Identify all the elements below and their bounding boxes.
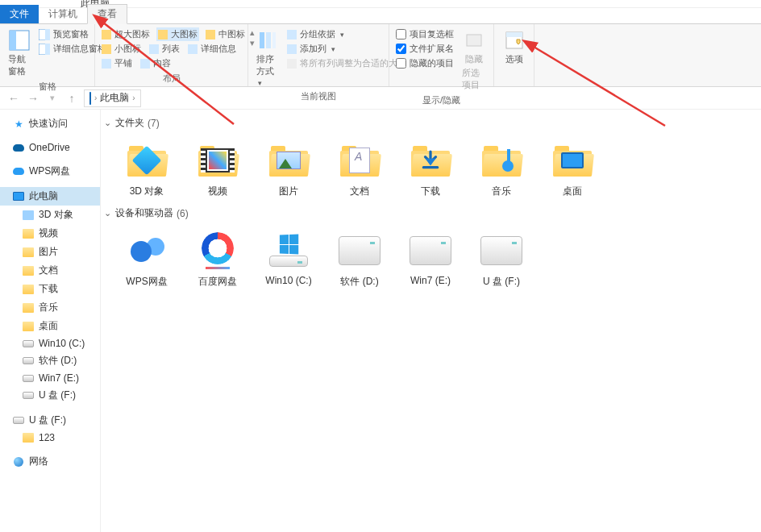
svg-rect-11 [506, 32, 522, 37]
tab-file[interactable]: 文件 [0, 5, 39, 23]
hide-selected-button[interactable]: 隐藏 所选项目 [459, 27, 489, 93]
drive-icon [13, 415, 24, 426]
drive-win7-e-[interactable]: Win7 (E:) [402, 230, 459, 289]
sidebar-label: 图片 [39, 245, 58, 259]
layout-detail[interactable]: 详细信息 [186, 42, 238, 56]
item-checkboxes-toggle[interactable]: 项目复选框 [394, 27, 455, 41]
sidebar-item--[interactable]: 视频 [0, 224, 100, 243]
sidebar-item--[interactable]: 桌面 [0, 317, 100, 335]
sidebar-item-this-pc[interactable]: 此电脑 [0, 187, 100, 206]
sort-label: 排序方式 [256, 54, 274, 76]
folder-desktop[interactable]: 桌面 [544, 139, 601, 198]
sidebar-label: 下载 [39, 282, 58, 296]
pictures-icon [268, 139, 310, 181]
drive-icon [339, 230, 380, 272]
item-checkboxes-label: 项目复选框 [410, 28, 454, 40]
hidden-items-toggle[interactable]: 隐藏的项目 [394, 56, 455, 70]
drive-wps-[interactable]: WPS网盘 [119, 230, 175, 289]
nav-forward-button[interactable]: → [26, 91, 40, 106]
nav-pane-button[interactable]: 导航窗格 [5, 27, 34, 79]
folder-video[interactable]: 视频 [189, 139, 246, 198]
section-folders-header[interactable]: ⌄ 文件夹 (7) [102, 113, 761, 133]
sidebar-label: 视频 [39, 227, 58, 240]
sidebar-item-quick-access[interactable]: ★快速访问 [0, 114, 100, 133]
item-label: Win7 (E:) [410, 275, 451, 286]
sidebar-label: Win10 (C:) [39, 338, 85, 349]
drive--d-[interactable]: 软件 (D:) [331, 230, 388, 289]
section-drives-header[interactable]: ⌄ 设备和驱动器 (6) [102, 203, 761, 223]
sidebar-item-wps[interactable]: WPS网盘 [0, 162, 100, 181]
sidebar-item-win10-c-[interactable]: Win10 (C:) [0, 335, 100, 351]
hidden-items-checkbox[interactable] [396, 58, 406, 69]
folder-docs[interactable]: 文档 [331, 139, 388, 198]
layout-detail-label: 详细信息 [201, 43, 236, 55]
sort-icon [256, 29, 279, 52]
sidebar-item-onedrive[interactable]: OneDrive [0, 139, 100, 156]
nav-recent-button[interactable]: ▾ [45, 91, 60, 106]
sidebar-label: 软件 (D:) [39, 354, 77, 368]
sidebar-item--[interactable]: 图片 [0, 243, 100, 261]
layout-large[interactable]: 大图标 [156, 27, 199, 41]
sidebar-item--d-[interactable]: 软件 (D:) [0, 351, 100, 370]
sidebar-item--[interactable]: 文档 [0, 261, 100, 280]
sidebar-item-usb-child[interactable]: 123 [0, 430, 100, 446]
group-layout-label: 布局 [100, 71, 243, 85]
sidebar-item-win7-e-[interactable]: Win7 (E:) [0, 370, 100, 386]
layout-tile-icon [102, 59, 111, 69]
drive-u-f-[interactable]: U 盘 (F:) [473, 230, 530, 289]
svg-rect-6 [260, 32, 264, 48]
folder-downloads[interactable]: 下载 [402, 139, 459, 198]
drive-win10-c-[interactable]: Win10 (C:) [260, 230, 317, 289]
options-button[interactable]: 选项 [500, 27, 529, 67]
hide-selected-label1: 隐藏 [465, 53, 483, 65]
sidebar-item-usb[interactable]: U 盘 (F:) [0, 411, 100, 430]
folder-pictures[interactable]: 图片 [260, 139, 317, 198]
tab-view[interactable]: 查看 [87, 4, 127, 24]
sort-button[interactable]: 排序方式▾ [253, 27, 282, 89]
layout-content[interactable]: 内容 [139, 56, 173, 70]
nav-up-button[interactable]: ↑ [64, 91, 79, 106]
drive--[interactable]: 百度网盘 [189, 230, 246, 289]
group-current-view: 排序方式▾ 分组依据▾ 添加列▾ 将所有列调整为合适的大小 当前视图 [248, 24, 389, 86]
group-panes: 导航窗格 预览窗格 详细信息窗格 窗格 [0, 24, 95, 86]
sidebar-label: U 盘 (F:) [39, 389, 76, 402]
nav-back-button[interactable]: ← [6, 91, 21, 106]
layout-list[interactable]: 列表 [148, 42, 181, 56]
star-icon: ★ [13, 118, 24, 130]
breadcrumb[interactable]: › 此电脑 › [84, 89, 141, 107]
crumb-root[interactable]: 此电脑 [100, 91, 129, 105]
folder-icon [23, 284, 34, 295]
tab-computer[interactable]: 计算机 [39, 5, 87, 23]
nav-pane-label: 导航窗格 [8, 53, 31, 77]
crumb-sep-icon: › [94, 94, 97, 102]
sidebar-label: 快速访问 [29, 117, 68, 131]
item-checkboxes-checkbox[interactable] [396, 29, 406, 39]
sidebar-item-u-f-[interactable]: U 盘 (F:) [0, 386, 100, 405]
group-by-icon [287, 30, 297, 39]
hide-selected-label2: 所选项目 [462, 67, 485, 91]
folder-3d[interactable]: 3D 对象 [119, 139, 175, 198]
layout-xlarge[interactable]: 超大图标 [100, 27, 152, 41]
folder-music[interactable]: 音乐 [473, 139, 530, 198]
sidebar-item--[interactable]: 音乐 [0, 298, 100, 317]
3d-icon [126, 139, 168, 181]
item-label: U 盘 (F:) [483, 275, 520, 289]
hidden-items-label: 隐藏的项目 [410, 57, 454, 69]
file-ext-checkbox[interactable] [396, 44, 406, 54]
layout-small[interactable]: 小图标 [100, 42, 143, 56]
sidebar-item-network[interactable]: 网络 [0, 452, 100, 471]
svg-rect-5 [45, 44, 50, 55]
drive-icon [23, 338, 34, 349]
layout-medium[interactable]: 中图标 [204, 27, 247, 41]
sidebar-label: 此电脑 [29, 189, 58, 203]
sidebar-item--[interactable]: 下载 [0, 280, 100, 298]
group-current-view-label: 当前视图 [253, 89, 384, 102]
sidebar-item-3d-[interactable]: 3D 对象 [0, 206, 100, 224]
layout-tile[interactable]: 平铺 [100, 56, 134, 70]
details-pane-icon [39, 44, 50, 55]
layout-list-label: 列表 [162, 43, 180, 55]
docs-icon [339, 139, 380, 181]
caret-icon: ▾ [340, 31, 344, 39]
pc-icon [13, 191, 24, 202]
file-ext-toggle[interactable]: 文件扩展名 [394, 42, 455, 56]
